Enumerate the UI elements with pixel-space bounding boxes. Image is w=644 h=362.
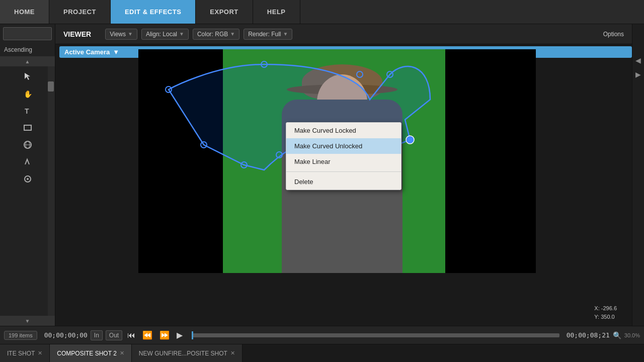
coordinates-display: X: -296.6 Y: 350.0: [594, 304, 617, 321]
ctx-delete[interactable]: Delete: [286, 174, 401, 190]
render-label: Render: Full: [248, 31, 281, 38]
right-panel-arrow[interactable]: ◀: [635, 56, 641, 64]
black-left-area: [138, 49, 223, 273]
nav-project[interactable]: PROJECT: [49, 0, 111, 24]
timecode-end: 00;00;08;21: [567, 331, 610, 339]
timeline-bar: 199 items 00;00;00;00 In Out ⏮ ⏪ ⏩ ▶ 00;…: [0, 326, 644, 344]
color-label: Color: RGB: [197, 31, 228, 38]
ctx-make-curved-locked[interactable]: Make Curved Locked: [286, 123, 401, 138]
zoom-icon: 🔍: [613, 331, 621, 339]
viewer-toolbar: VIEWER Views ▼ Align: Local ▼ Color: RGB…: [55, 24, 632, 44]
main-layout: Ascending ▲ ✋: [0, 24, 644, 326]
nav-edit-effects[interactable]: EDIT & EFFECTS: [111, 0, 196, 24]
views-dropdown-arrow: ▼: [128, 31, 133, 37]
sidebar-scroll-area: ✋ T: [0, 66, 55, 316]
svg-text:T: T: [25, 107, 29, 115]
align-dropdown[interactable]: Align: Local ▼: [141, 29, 189, 40]
left-sidebar: Ascending ▲ ✋: [0, 24, 55, 326]
right-panel-arrow2[interactable]: ▶: [635, 70, 641, 78]
search-input[interactable]: [3, 27, 52, 40]
svg-rect-3: [24, 125, 31, 130]
draw-tool-button[interactable]: [20, 154, 36, 170]
align-dropdown-arrow: ▼: [179, 31, 184, 37]
out-button[interactable]: Out: [106, 330, 122, 340]
black-right-area: [445, 49, 536, 273]
color-dropdown[interactable]: Color: RGB ▼: [193, 29, 239, 40]
top-navigation: HOME PROJECT EDIT & EFFECTS EXPORT HELP: [0, 0, 644, 24]
nav-export[interactable]: EXPORT: [196, 0, 253, 24]
views-label: Views: [110, 31, 126, 38]
sort-label: Ascending: [0, 43, 55, 56]
nav-home[interactable]: HOME: [0, 0, 49, 24]
step-forward-button[interactable]: ⏩: [157, 330, 172, 340]
tab-ite-shot-label: ITE SHOT: [7, 350, 35, 357]
sphere-tool-button[interactable]: [20, 137, 36, 153]
tab-new-gunfire-shot[interactable]: NEW GUNFIRE...POSITE SHOT ✕: [132, 344, 243, 362]
target-tool-button[interactable]: [20, 171, 36, 187]
scrubber-head: [192, 331, 193, 339]
color-dropdown-arrow: ▼: [230, 31, 235, 37]
svg-marker-0: [25, 73, 30, 80]
scrollbar-thumb[interactable]: [48, 81, 54, 92]
render-dropdown-arrow: ▼: [283, 31, 288, 37]
tab-new-gunfire-shot-close[interactable]: ✕: [230, 350, 235, 356]
coord-y: Y: 350.0: [594, 313, 617, 321]
camera-label: Active Camera: [64, 48, 110, 56]
tab-composite-shot-2[interactable]: COMPOSITE SHOT 2 ✕: [50, 344, 131, 362]
zoom-level: 30.0%: [624, 332, 640, 338]
text-tool-button[interactable]: T: [20, 103, 36, 119]
scroll-up-button[interactable]: ▲: [0, 56, 55, 66]
svg-point-8: [27, 178, 29, 180]
align-label: Align: Local: [146, 31, 177, 38]
right-panel: ◀ ▶: [632, 24, 644, 326]
play-button[interactable]: ▶: [175, 330, 185, 340]
tool-panel: ✋ T: [0, 66, 55, 187]
mask-tool-button[interactable]: [20, 120, 36, 136]
tab-ite-shot-close[interactable]: ✕: [38, 350, 42, 356]
canvas-area[interactable]: Active Camera ▼: [55, 44, 632, 326]
ctx-make-curved-unlocked[interactable]: Make Curved Unlocked: [286, 138, 401, 154]
viewer-area: VIEWER Views ▼ Align: Local ▼ Color: RGB…: [55, 24, 632, 326]
timeline-scrubber[interactable]: [192, 333, 559, 337]
select-tool-button[interactable]: [20, 68, 36, 84]
hand-tool-button[interactable]: ✋: [20, 85, 36, 102]
context-menu: Make Curved Locked Make Curved Unlocked …: [286, 122, 401, 190]
viewer-label: VIEWER: [59, 30, 95, 38]
timecode-start: 00;00;00;00: [44, 331, 88, 339]
tab-new-gunfire-shot-label: NEW GUNFIRE...POSITE SHOT: [139, 350, 227, 357]
in-button[interactable]: In: [91, 330, 103, 340]
coord-x: X: -296.6: [594, 304, 617, 313]
tab-bar: ITE SHOT ✕ COMPOSITE SHOT 2 ✕ NEW GUNFIR…: [0, 344, 644, 362]
camera-dropdown-arrow: ▼: [113, 48, 119, 56]
render-dropdown[interactable]: Render: Full ▼: [244, 29, 292, 40]
tab-composite-shot-2-label: COMPOSITE SHOT 2: [57, 350, 116, 357]
step-back-button[interactable]: ⏪: [140, 330, 154, 340]
scroll-down-button[interactable]: ▼: [0, 316, 55, 326]
go-to-start-button[interactable]: ⏮: [125, 331, 137, 340]
ctx-make-linear[interactable]: Make Linear: [286, 154, 401, 169]
options-button[interactable]: Options: [599, 29, 628, 39]
nav-help[interactable]: HELP: [253, 0, 300, 24]
items-count-badge: 199 items: [4, 331, 37, 340]
views-dropdown[interactable]: Views ▼: [105, 29, 137, 40]
ctx-divider: [286, 171, 401, 172]
tab-ite-shot[interactable]: ITE SHOT ✕: [0, 344, 50, 362]
tab-composite-shot-2-close[interactable]: ✕: [120, 350, 124, 356]
svg-text:✋: ✋: [24, 90, 32, 98]
